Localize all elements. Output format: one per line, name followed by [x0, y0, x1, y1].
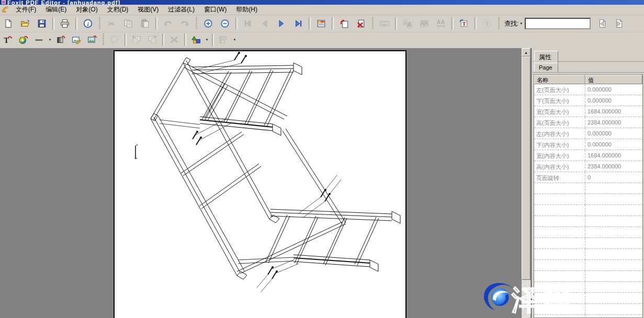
zoom-in-button[interactable] — [200, 17, 216, 31]
next-page-icon — [277, 19, 286, 28]
property-row[interactable]: 下(页面大小)0.000000 — [534, 95, 642, 106]
document-info-button[interactable]: i — [80, 17, 96, 31]
add-color-button[interactable] — [16, 33, 31, 47]
property-value — [585, 271, 642, 281]
property-name: 左(页面大小) — [534, 84, 585, 95]
toolbar-drag-handle[interactable] — [99, 17, 100, 30]
save-button[interactable] — [34, 17, 50, 31]
line-style-button[interactable] — [32, 33, 47, 47]
panel-tab-row: 属性 — [533, 50, 644, 62]
help-menu[interactable]: 帮助(H) — [231, 4, 262, 16]
toolbar-drag-handle[interactable] — [196, 17, 197, 30]
property-row[interactable]: 宽(页面大小)1684.000000 — [534, 106, 642, 117]
property-value[interactable]: 0 — [585, 172, 642, 183]
property-name: 宽(页面大小) — [534, 106, 585, 117]
toolbar-drag-handle[interactable] — [103, 33, 104, 46]
add-text-button[interactable]: T — [1, 33, 15, 47]
find-input[interactable] — [525, 18, 591, 29]
insert-shape-button[interactable] — [189, 33, 204, 47]
toolbar-drag-handle[interactable] — [498, 17, 500, 30]
window-menu[interactable]: 窗口(W) — [199, 4, 231, 16]
add-text-icon: T — [3, 35, 13, 44]
pdf-page[interactable] — [114, 50, 406, 318]
property-value — [585, 238, 642, 248]
toolbar-separator — [309, 17, 311, 30]
edit-image-button[interactable] — [69, 33, 84, 47]
property-row-empty — [534, 216, 642, 227]
column-header-value: 值 — [585, 75, 642, 84]
save-icon — [37, 19, 47, 28]
insert-text-button[interactable]: T — [456, 17, 472, 31]
paste-icon — [140, 19, 150, 28]
property-row-empty — [534, 238, 642, 249]
property-value[interactable]: 0.000000 — [585, 139, 642, 150]
property-value[interactable]: 2384.000000 — [585, 117, 642, 128]
delete-page-icon — [356, 19, 366, 28]
cad-drawing — [115, 51, 405, 318]
property-row[interactable]: 宽(内容大小)1684.000000 — [534, 150, 642, 161]
svg-text:A: A — [424, 20, 428, 26]
print-button[interactable] — [57, 17, 73, 31]
property-row[interactable]: 下(内容大小)0.000000 — [534, 139, 642, 150]
property-value[interactable]: 2384.000000 — [585, 161, 642, 172]
new-document-button[interactable] — [1, 17, 16, 31]
document-menu[interactable]: 文档(D) — [103, 4, 133, 16]
property-value[interactable]: 0.000000 — [585, 95, 642, 106]
property-row[interactable]: 高(页面大小)2384.000000 — [534, 117, 642, 128]
open-folder-button[interactable] — [17, 17, 33, 31]
next-page-button[interactable] — [274, 17, 289, 31]
page-tab[interactable]: Page — [534, 63, 558, 72]
find-next-button[interactable] — [611, 17, 627, 31]
property-row[interactable]: 高(内容大小)2384.000000 — [534, 161, 642, 172]
property-row[interactable]: 左(内容大小)0.000000 — [534, 128, 642, 139]
keyboard-icon — [380, 19, 389, 28]
font-fit-icon: AA — [420, 19, 429, 28]
find-prev-button[interactable] — [594, 17, 610, 31]
property-name: 宽(内容大小) — [534, 150, 585, 161]
property-value[interactable]: 0.000000 — [585, 128, 642, 139]
page-form-button[interactable] — [313, 17, 329, 31]
watermark-text: 泽网 — [512, 281, 574, 318]
add-image-button[interactable] — [85, 33, 99, 47]
property-value[interactable]: 1684.000000 — [585, 106, 642, 117]
workspace: ▲ 属性 Page 名称 值 左(页面大小)0.000000下(页面大小)0.0… — [0, 48, 644, 318]
insert-shape-dropdown-arrow[interactable]: ▼ — [204, 33, 210, 47]
property-value — [585, 260, 642, 270]
scroll-up-button[interactable]: ▲ — [522, 48, 530, 56]
toolbar-separator — [212, 33, 214, 46]
find-dropdown-arrow[interactable]: ▼ — [519, 22, 523, 25]
filter-menu[interactable]: 过滤器(L) — [163, 4, 199, 16]
document-menu-icon — [1, 6, 9, 14]
last-page-icon — [293, 19, 303, 28]
font-fit-button: AA — [416, 17, 432, 31]
redo-icon — [180, 19, 189, 28]
property-row[interactable]: 左(页面大小)0.000000 — [534, 84, 642, 95]
edit-menu[interactable]: 编辑(E) — [41, 4, 71, 16]
keyboard-button — [377, 17, 392, 31]
delete-page-button[interactable] — [353, 17, 369, 31]
property-row-empty — [534, 260, 642, 271]
align-dropdown-arrow[interactable]: ▼ — [232, 33, 238, 47]
insert-page-button[interactable] — [336, 17, 352, 31]
property-value[interactable]: 1684.000000 — [585, 150, 642, 161]
property-row[interactable]: 页面旋转0 — [534, 172, 642, 183]
last-page-button[interactable] — [290, 17, 306, 31]
svg-text:A: A — [408, 22, 412, 28]
find-group: 查找: ▼ — [502, 17, 627, 31]
zoom-out-icon — [220, 19, 230, 28]
property-value[interactable]: 0.000000 — [585, 84, 642, 95]
properties-tab[interactable]: 属性 — [534, 51, 558, 63]
add-shading-button[interactable] — [53, 33, 68, 47]
toolbar-drag-handle[interactable] — [372, 17, 374, 30]
align-icon — [219, 35, 229, 44]
print-icon — [60, 19, 70, 28]
insert-shape-icon — [191, 35, 201, 44]
zoom-out-button[interactable] — [217, 17, 233, 31]
line-style-dropdown-arrow[interactable]: ▼ — [47, 33, 53, 47]
vertical-scrollbar[interactable]: ▲ — [522, 48, 530, 318]
object-menu[interactable]: 对象(O) — [71, 4, 102, 16]
scrollbar-thumb[interactable] — [522, 56, 530, 280]
view-menu[interactable]: 视图(V) — [133, 4, 163, 16]
file-menu[interactable]: 文件(F) — [11, 4, 41, 16]
svg-text:A: A — [441, 19, 445, 25]
